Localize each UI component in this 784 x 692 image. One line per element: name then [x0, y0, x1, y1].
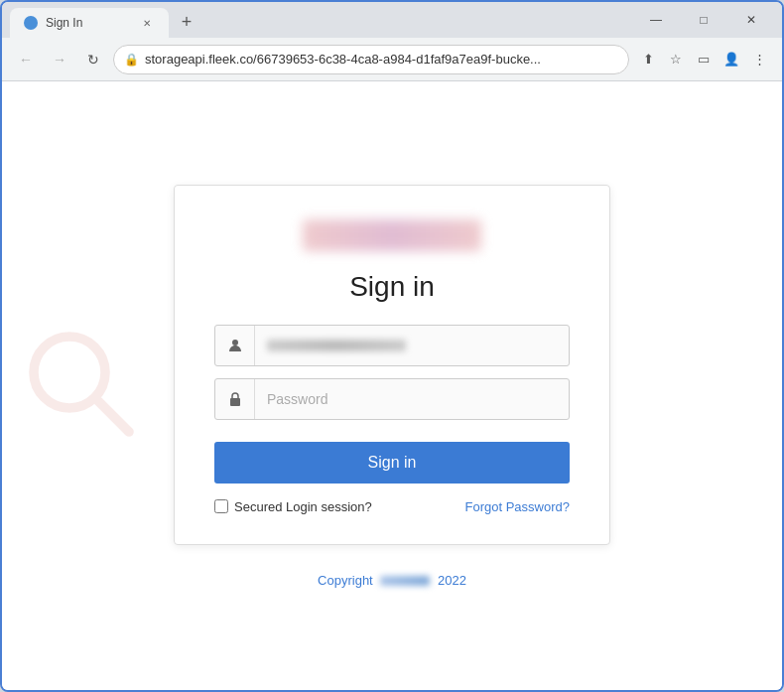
close-button[interactable]: ✕ — [728, 2, 774, 38]
maximize-button[interactable]: □ — [681, 2, 726, 38]
watermark-magnifier — [22, 325, 141, 448]
forgot-password-link[interactable]: Forgot Password? — [465, 499, 571, 514]
svg-rect-3 — [230, 398, 240, 406]
back-button[interactable]: ← — [12, 46, 40, 73]
address-actions: ⬆ ☆ ▭ 👤 ⋮ — [635, 47, 772, 72]
lock-icon: 🔒 — [124, 53, 139, 67]
email-field-value[interactable] — [255, 326, 569, 365]
remember-label: Secured Login session? — [234, 499, 372, 514]
menu-icon[interactable]: ⋮ — [746, 47, 772, 72]
title-bar: Sign In ✕ + — □ ✕ — [2, 2, 782, 38]
tab-area: Sign In ✕ + — [10, 2, 629, 38]
active-tab[interactable]: Sign In ✕ — [10, 8, 169, 38]
sidebar-icon[interactable]: ▭ — [691, 47, 717, 72]
sign-in-button[interactable]: Sign in — [214, 442, 570, 484]
login-card: Sign in — [174, 185, 610, 545]
bottom-row: Secured Login session? Forgot Password? — [214, 499, 570, 514]
url-text: storageapi.fleek.co/66739653-6c38-4ca8-a… — [145, 52, 618, 67]
reload-button[interactable]: ↻ — [79, 46, 107, 73]
profile-icon[interactable]: 👤 — [719, 47, 744, 72]
remember-checkbox[interactable] — [214, 499, 228, 513]
tab-close-button[interactable]: ✕ — [139, 15, 155, 31]
tab-title: Sign In — [46, 16, 131, 30]
new-tab-button[interactable]: + — [173, 8, 200, 36]
bookmark-icon[interactable]: ☆ — [663, 47, 689, 72]
logo-image — [303, 219, 481, 251]
browser-frame: Sign In ✕ + — □ ✕ ← → ↻ 🔒 storageapi.fle… — [0, 0, 784, 692]
remember-session-wrap: Secured Login session? — [214, 499, 372, 514]
email-input-group — [214, 325, 570, 366]
address-input[interactable]: 🔒 storageapi.fleek.co/66739653-6c38-4ca8… — [113, 45, 629, 74]
svg-point-2 — [232, 340, 238, 346]
email-blurred-value — [267, 340, 406, 351]
address-bar: ← → ↻ 🔒 storageapi.fleek.co/66739653-6c3… — [2, 38, 782, 81]
password-input-group — [214, 378, 570, 420]
logo-area — [214, 215, 570, 255]
password-input[interactable] — [255, 379, 569, 419]
copyright-brand-blurred — [380, 576, 430, 586]
tab-favicon-icon — [24, 16, 38, 30]
svg-point-0 — [34, 337, 105, 408]
window-controls: — □ ✕ — [633, 2, 774, 38]
lock-field-icon — [215, 379, 255, 419]
user-icon — [215, 326, 255, 365]
share-icon[interactable]: ⬆ — [635, 47, 661, 72]
svg-line-1 — [95, 398, 129, 432]
minimize-button[interactable]: — — [633, 2, 679, 38]
page-content: PCrisk Sign in — [2, 81, 782, 690]
copyright-year: 2022 — [438, 573, 466, 588]
forward-button[interactable]: → — [46, 46, 73, 73]
copyright-footer: Copyright 2022 — [318, 573, 466, 588]
page-title: Sign in — [214, 271, 570, 303]
copyright-text: Copyright — [318, 573, 373, 588]
